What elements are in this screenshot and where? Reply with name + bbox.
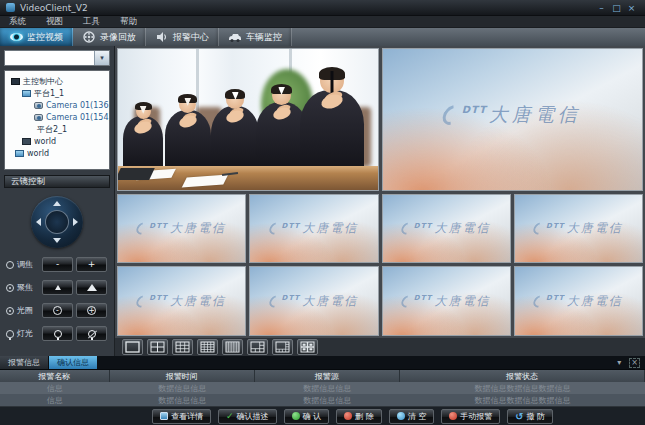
screen-icon (15, 150, 24, 157)
tree-item-world-2[interactable]: world (7, 147, 107, 159)
view-details-button[interactable]: 查看详情 (152, 409, 211, 424)
alarm-tab-bar: 报警信息 确认信息 ▾ × (0, 356, 645, 370)
iris-open-button[interactable]: + (76, 303, 107, 318)
clear-icon (397, 412, 405, 420)
tab-confirm-info[interactable]: 确认信息 (49, 356, 97, 369)
zoom-in-button[interactable]: + (76, 257, 107, 272)
video-tile-idle[interactable]: DTT大唐電信 (514, 266, 643, 336)
zoom-label: 调焦 (17, 259, 33, 270)
datang-watermark: DTT大唐電信 (118, 293, 245, 310)
focus-near-button[interactable] (42, 280, 73, 295)
video-area: DTT 大唐電信 DTT大唐電信 DTT大唐電信 DTT大唐電信 DTT大唐電信… (115, 46, 645, 356)
layout-4-button[interactable] (147, 339, 168, 355)
layout-1-icon (125, 341, 140, 353)
ptz-right-icon[interactable] (73, 218, 78, 226)
tab-vehicle-monitor[interactable]: 车辆监控 (219, 28, 292, 46)
video-tile-idle[interactable]: DTT大唐電信 (249, 194, 378, 264)
iris-close-button[interactable]: - (42, 303, 73, 318)
ptz-panel: 调焦 - + 聚焦 光圈 - + 灯光 (4, 188, 110, 350)
col-alarm-source: 报警源 (255, 370, 400, 382)
sidebar: ▾ 主控制中心 平台1_1 Camera 01(136) Camera 01 (0, 46, 115, 356)
layout-9-button[interactable] (172, 339, 193, 355)
tree-item-camera-136[interactable]: Camera 01(136) (7, 99, 107, 111)
film-icon (82, 32, 96, 43)
device-combo[interactable]: ▾ (4, 50, 110, 66)
chevron-down-icon[interactable]: ▾ (94, 51, 109, 65)
confirm-description-button[interactable]: ✓ 确认描述 (218, 409, 277, 424)
datang-watermark: DTT大唐電信 (383, 220, 510, 237)
video-tile-live[interactable] (117, 48, 379, 191)
confirm-button[interactable]: 确 认 (284, 409, 330, 424)
focus-far-button[interactable] (76, 280, 107, 295)
alarm-table-header: 报警名称 报警时间 报警源 报警状态 (0, 370, 645, 382)
menu-help[interactable]: 帮助 (120, 16, 137, 28)
menu-bar: 系统 视图 工具 帮助 (0, 16, 645, 28)
title-bar: VideoClient_V2 – □ × (0, 0, 645, 16)
video-tile-idle[interactable]: DTT大唐電信 (117, 194, 246, 264)
tree-item-platform-1[interactable]: 平台1_1 (7, 87, 107, 99)
iris-icon (6, 307, 14, 315)
tab-playback[interactable]: 录像回放 (73, 28, 146, 46)
menu-view[interactable]: 视图 (46, 16, 63, 28)
tree-item-world-1[interactable]: world (7, 135, 107, 147)
manual-alarm-button[interactable]: 手动报警 (441, 409, 500, 424)
light-label: 灯光 (17, 328, 33, 339)
collapse-panel-icon[interactable]: ▾ (617, 359, 621, 367)
datang-watermark: DTT 大唐電信 (383, 102, 643, 128)
tree-item-camera-154[interactable]: Camera 01(154) (7, 111, 107, 123)
zoom-out-button[interactable]: - (42, 257, 73, 272)
light-off-button[interactable] (76, 326, 107, 341)
layout-1p7-button[interactable] (272, 339, 293, 355)
video-tile-idle[interactable]: DTT大唐電信 (382, 266, 511, 336)
speaker-icon (155, 32, 169, 43)
video-tile-idle[interactable]: DTT大唐電信 (514, 194, 643, 264)
video-tile-idle[interactable]: DTT大唐電信 (249, 266, 378, 336)
tree-item-control-center[interactable]: 主控制中心 (7, 75, 107, 87)
layout-1p5-icon (250, 341, 265, 353)
tab-alarm-center[interactable]: 报警中心 (146, 28, 219, 46)
light-on-button[interactable] (42, 326, 73, 341)
video-tile-idle[interactable]: DTT 大唐電信 (382, 48, 644, 191)
layout-1p7-icon (275, 341, 290, 353)
video-tile-idle[interactable]: DTT大唐電信 (117, 266, 246, 336)
video-tile-idle[interactable]: DTT大唐電信 (382, 194, 511, 264)
disarm-button[interactable]: ↺ 撤 防 (507, 409, 553, 424)
window-title: VideoClient_V2 (20, 3, 594, 13)
menu-system[interactable]: 系统 (9, 16, 26, 28)
tree-item-platform-2[interactable]: 平台2_1 (7, 123, 107, 135)
layout-quad-button[interactable] (297, 339, 318, 355)
tab-alarm-info[interactable]: 报警信息 (0, 356, 49, 369)
delete-button[interactable]: 删 除 (336, 409, 382, 424)
person (300, 69, 364, 166)
close-button[interactable]: × (624, 2, 639, 14)
camera-icon (34, 102, 43, 109)
logo-arc-icon (531, 221, 547, 237)
layout-16-button[interactable] (197, 339, 218, 355)
laptop (117, 168, 155, 180)
logo-arc-icon (267, 221, 283, 237)
layout-9-icon (175, 341, 190, 353)
device-combo-value (5, 51, 94, 65)
ptz-down-icon[interactable] (53, 238, 61, 243)
light-on-icon (54, 330, 62, 338)
layout-1p5-button[interactable] (247, 339, 268, 355)
ptz-joystick[interactable] (31, 196, 83, 248)
layout-1-button[interactable] (122, 339, 143, 355)
layout-25-button[interactable] (222, 339, 243, 355)
video-client-window: VideoClient_V2 – □ × 系统 视图 工具 帮助 监控视频 录像… (0, 0, 645, 425)
datang-watermark: DTT大唐電信 (250, 293, 377, 310)
close-panel-icon[interactable]: × (629, 358, 640, 368)
maximize-button[interactable]: □ (609, 2, 624, 14)
ptz-up-icon[interactable] (53, 201, 61, 206)
clear-button[interactable]: 清 空 (389, 409, 435, 424)
alarm-table-row[interactable]: 信息 数据信息信息 数据信息信息 数据信息数据信息数据信息 (0, 382, 645, 394)
light-off-icon (88, 330, 96, 338)
minimize-button[interactable]: – (594, 2, 609, 14)
alarm-table-row[interactable]: 信息 数据信息信息 数据信息信息 数据信息数据信息数据信息 (0, 394, 645, 406)
ptz-left-icon[interactable] (36, 218, 41, 226)
tab-monitor-video[interactable]: 监控视频 (0, 28, 73, 46)
monitor-icon (11, 78, 20, 85)
col-alarm-name: 报警名称 (0, 370, 110, 382)
iris-minus-icon: - (53, 306, 62, 315)
menu-tools[interactable]: 工具 (83, 16, 100, 28)
